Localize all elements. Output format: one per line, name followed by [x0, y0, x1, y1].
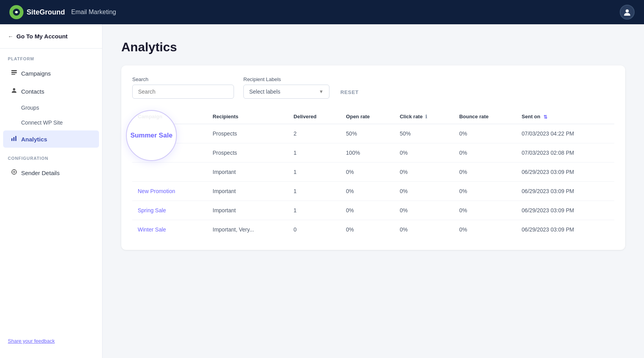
- tooltip-text: Summer Sale: [130, 132, 173, 139]
- col-sent-on[interactable]: Sent on ⇅: [516, 110, 614, 124]
- topbar: SiteGround Email Marketing: [0, 0, 644, 24]
- cell-bounce-rate: 0%: [454, 143, 516, 162]
- labels-filter-group: Recipient Labels Select labels ▼: [243, 76, 329, 99]
- cell-bounce-rate: 0%: [454, 201, 516, 220]
- svg-rect-3: [11, 70, 17, 71]
- table-row: Winter Sale Important, Very... 0 0% 0% 0…: [132, 220, 614, 239]
- cell-sent-on: 06/29/2023 03:09 PM: [516, 181, 614, 201]
- cell-recipients: Prospects: [207, 124, 288, 143]
- cell-open-rate: 0%: [340, 181, 394, 201]
- sidebar-item-sender-details[interactable]: Sender Details: [3, 164, 99, 181]
- cell-recipients: Important: [207, 162, 288, 181]
- cell-campaign: [132, 143, 207, 162]
- platform-section-label: PLATFORM: [0, 49, 102, 64]
- cell-campaign[interactable]: Spring Sale: [132, 201, 207, 220]
- configuration-section-label: CONFIGURATION: [0, 148, 102, 164]
- col-click-rate: Click rate ℹ: [394, 110, 454, 124]
- table-row: Summer Sale Prospects 2 50% 50% 0% 07/03…: [132, 124, 614, 143]
- reset-button[interactable]: RESET: [339, 86, 360, 99]
- go-to-account-label: Go To My Account: [16, 33, 68, 40]
- search-input[interactable]: [132, 85, 234, 99]
- cell-open-rate: 100%: [340, 143, 394, 162]
- user-avatar[interactable]: [620, 5, 635, 20]
- col-campaign: Campaign: [132, 110, 207, 124]
- table-header: Campaign Recipients Delivered Open rate …: [132, 110, 614, 124]
- app-name: Email Marketing: [71, 9, 116, 16]
- filters-row: Search Recipient Labels Select labels ▼ …: [132, 76, 614, 99]
- sidebar: ← Go To My Account PLATFORM Campaigns Co…: [0, 24, 103, 358]
- cell-sent-on: 06/29/2023 03:09 PM: [516, 220, 614, 239]
- cell-campaign[interactable]: New Promotion: [132, 181, 207, 201]
- cell-click-rate: 0%: [394, 143, 454, 162]
- cell-campaign[interactable]: Winter Sale: [132, 220, 207, 239]
- table-row: Prospects 1 100% 0% 0% 07/03/2023 02:08 …: [132, 143, 614, 162]
- cell-click-rate: 0%: [394, 220, 454, 239]
- cell-sent-on: 06/29/2023 03:09 PM: [516, 162, 614, 181]
- svg-rect-8: [13, 137, 14, 141]
- table-body: Summer Sale Prospects 2 50% 50% 0% 07/03…: [132, 124, 614, 239]
- svg-rect-7: [11, 138, 13, 141]
- cell-bounce-rate: 0%: [454, 162, 516, 181]
- go-to-account-link[interactable]: ← Go To My Account: [0, 24, 102, 49]
- svg-rect-5: [11, 74, 15, 75]
- table-row: Spring Sale Important 1 0% 0% 0% 06/29/2…: [132, 201, 614, 220]
- click-rate-info-icon: ℹ: [425, 114, 427, 119]
- arrow-left-icon: ←: [8, 33, 13, 40]
- sidebar-item-analytics[interactable]: Analytics: [3, 130, 99, 148]
- labels-dropdown[interactable]: Select labels ▼: [243, 85, 329, 99]
- sender-details-label: Sender Details: [21, 170, 59, 176]
- siteground-logo-icon: [9, 5, 23, 19]
- cell-recipients: Important: [207, 201, 288, 220]
- table-row: New Promotion Important 1 0% 0% 0% 06/29…: [132, 181, 614, 201]
- sender-details-icon: [11, 169, 17, 177]
- svg-point-1: [15, 11, 18, 13]
- search-filter-group: Search: [132, 76, 234, 99]
- spring-sale-link[interactable]: Spring Sale: [138, 207, 166, 213]
- sort-icon: ⇅: [543, 114, 547, 120]
- cell-delivered: 0: [288, 220, 340, 239]
- svg-point-11: [13, 171, 15, 173]
- winter-sale-link[interactable]: Winter Sale: [138, 226, 166, 233]
- sidebar-item-campaigns[interactable]: Campaigns: [3, 65, 99, 82]
- topbar-left: SiteGround Email Marketing: [9, 5, 116, 19]
- cell-delivered: 1: [288, 201, 340, 220]
- chevron-down-icon: ▼: [319, 89, 324, 94]
- cell-open-rate: 50%: [340, 124, 394, 143]
- svg-point-2: [626, 9, 629, 13]
- cell-sent-on: 06/29/2023 03:09 PM: [516, 201, 614, 220]
- cell-campaign: [132, 162, 207, 181]
- new-promotion-link[interactable]: New Promotion: [138, 188, 175, 194]
- col-recipients: Recipients: [207, 110, 288, 124]
- select-labels-text: Select labels: [249, 89, 280, 95]
- cell-sent-on: 07/03/2023 04:22 PM: [516, 124, 614, 143]
- table-row: Important 1 0% 0% 0% 06/29/2023 03:09 PM: [132, 162, 614, 181]
- connect-wp-label: Connect WP Site: [21, 119, 63, 126]
- cell-delivered: 2: [288, 124, 340, 143]
- analytics-label: Analytics: [21, 136, 47, 143]
- analytics-icon: [11, 135, 17, 143]
- svg-rect-9: [15, 136, 16, 141]
- cell-recipients: Important: [207, 181, 288, 201]
- cell-bounce-rate: 0%: [454, 220, 516, 239]
- page-title: Analytics: [121, 40, 625, 54]
- analytics-table: Campaign Recipients Delivered Open rate …: [132, 110, 614, 239]
- sidebar-sub-item-connect-wp[interactable]: Connect WP Site: [3, 116, 99, 130]
- cell-delivered: 1: [288, 181, 340, 201]
- cell-recipients: Important, Very...: [207, 220, 288, 239]
- cell-bounce-rate: 0%: [454, 181, 516, 201]
- campaigns-icon: [11, 69, 17, 77]
- content-area: Analytics Search Recipient Labels Select…: [103, 24, 644, 358]
- sidebar-sub-item-groups[interactable]: Groups: [3, 101, 99, 115]
- cell-click-rate: 0%: [394, 181, 454, 201]
- cell-open-rate: 0%: [340, 201, 394, 220]
- groups-label: Groups: [21, 105, 39, 111]
- contacts-icon: [11, 87, 17, 95]
- search-label: Search: [132, 76, 234, 82]
- cell-click-rate: 50%: [394, 124, 454, 143]
- feedback-link[interactable]: Share your feedback: [0, 333, 102, 349]
- sidebar-item-contacts[interactable]: Contacts: [3, 83, 99, 100]
- cell-sent-on: 07/03/2023 02:08 PM: [516, 143, 614, 162]
- col-open-rate: Open rate: [340, 110, 394, 124]
- col-delivered: Delivered: [288, 110, 340, 124]
- contacts-label: Contacts: [21, 88, 44, 95]
